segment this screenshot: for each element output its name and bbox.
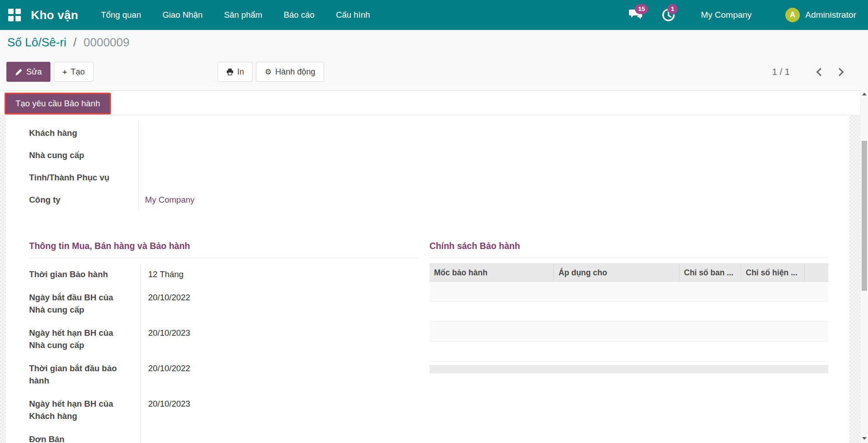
column-header-extra: [805, 264, 828, 281]
field-label: Ngày hết hạn BH của Nhà cung cấp: [29, 321, 141, 357]
warranty-policy-table: Mốc bảo hành Áp dụng cho Chỉ số ban ... …: [429, 264, 828, 373]
breadcrumb-separator: /: [73, 35, 76, 49]
field-row-vendor: Nhà cung cấp: [29, 144, 402, 166]
activities-button[interactable]: 1: [662, 8, 675, 22]
menu-item-products[interactable]: Sản phẩm: [224, 10, 262, 20]
form-sheet: Khách hàng Nhà cung cấp Tỉnh/Thành Phục …: [0, 115, 860, 443]
table-row: [429, 282, 828, 302]
app-window: Kho vận Tổng quan Giao Nhận Sản phẩm Báo…: [0, 0, 868, 443]
field-row-warranty-period: Thời gian Bảo hành 12 Tháng: [29, 263, 418, 286]
edit-button[interactable]: Sửa: [6, 62, 50, 82]
table-row: [429, 322, 828, 342]
apps-grid-square: [8, 9, 14, 14]
scrollbar-thumb[interactable]: [862, 141, 867, 291]
create-button[interactable]: + Tạo: [54, 62, 94, 82]
section-warranty-info: Thông tin Mua, Bán hàng và Bảo hành Thời…: [29, 241, 418, 443]
toolbar-center: In ⚙ Hành động: [218, 62, 324, 82]
field-row-warranty-start: Thời gian bắt đầu bảo hành 20/10/2022: [29, 357, 418, 392]
field-row-company: Công ty My Company: [29, 189, 402, 211]
action-button-label: Hành động: [275, 67, 315, 77]
print-button[interactable]: In: [218, 62, 253, 82]
activities-count-badge: 1: [668, 4, 678, 14]
toolbar: Sửa + Tạo In ⚙ Hành động: [6, 62, 854, 83]
printer-icon: [226, 68, 234, 75]
field-group-general: Khách hàng Nhà cung cấp Tỉnh/Thành Phục …: [29, 122, 402, 211]
field-label: Khách hàng: [29, 122, 139, 144]
scroll-down-arrow[interactable]: [861, 434, 868, 442]
company-link[interactable]: My Company: [139, 195, 195, 205]
field-label: Nhà cung cấp: [29, 144, 139, 166]
form-button-box: Tạo yêu cầu Bảo hành: [0, 91, 860, 115]
plus-icon: +: [63, 68, 67, 76]
field-label: Ngày hết hạn BH của Khách hàng: [29, 392, 141, 428]
apps-grid-square: [15, 16, 21, 21]
breadcrumb-current: 0000009: [84, 35, 130, 49]
sheet-background-left: [0, 115, 6, 443]
field-value: 20/10/2023: [141, 321, 190, 357]
breadcrumb: Số Lô/Sê-ri / 0000009: [7, 35, 130, 50]
field-row-vendor-warranty-start: Ngày bắt đầu BH của Nhà cung cấp 20/10/2…: [29, 286, 418, 321]
company-switcher[interactable]: My Company: [701, 10, 752, 20]
section-title: Thông tin Mua, Bán hàng và Bảo hành: [29, 241, 418, 258]
menu-item-overview[interactable]: Tổng quan: [101, 10, 141, 20]
messages-count-badge: 15: [635, 4, 648, 14]
highlight-annotation: Tạo yêu cầu Bảo hành: [5, 93, 111, 114]
navbar-right: 15 1 My Company A Administrator: [629, 8, 868, 22]
field-value: [141, 428, 148, 443]
edit-button-label: Sửa: [26, 67, 42, 77]
breadcrumb-parent-link[interactable]: Số Lô/Sê-ri: [7, 35, 66, 49]
column-header-applied-to[interactable]: Áp dụng cho: [554, 264, 679, 281]
column-header-milestone[interactable]: Mốc bảo hành: [429, 264, 554, 281]
table-row: [429, 342, 828, 362]
apps-grid-square: [15, 9, 21, 14]
field-value: 20/10/2022: [141, 357, 190, 392]
field-label: Thời gian bắt đầu bảo hành: [29, 357, 141, 392]
gear-icon: ⚙: [264, 68, 271, 76]
field-value: 20/10/2023: [141, 392, 190, 428]
pager: 1 / 1: [772, 62, 848, 82]
section-title: Chính sách Bảo hành: [429, 241, 828, 258]
warranty-field-table: Thời gian Bảo hành 12 Tháng Ngày bắt đầu…: [29, 263, 418, 443]
create-button-label: Tạo: [70, 67, 85, 77]
print-button-label: In: [237, 67, 244, 77]
user-avatar[interactable]: A: [785, 8, 800, 22]
control-panel: Số Lô/Sê-ri / 0000009 Sửa + Tạo: [0, 30, 868, 91]
section-warranty-policy: Chính sách Bảo hành Mốc bảo hành Áp dụng…: [429, 241, 828, 373]
create-warranty-request-button[interactable]: Tạo yêu cầu Bảo hành: [6, 94, 110, 113]
messages-button[interactable]: 15: [629, 8, 643, 22]
vertical-scrollbar[interactable]: [860, 90, 868, 443]
menu-item-reporting[interactable]: Báo cáo: [284, 10, 314, 20]
sheet-background-right: [849, 115, 860, 443]
field-label: Tỉnh/Thành Phục vụ: [29, 166, 139, 189]
field-row-sale-order: Đơn Bán: [29, 428, 418, 443]
scroll-up-arrow[interactable]: [861, 90, 868, 98]
column-header-current-index[interactable]: Chỉ số hiện ...: [741, 264, 805, 281]
field-label: Ngày bắt đầu BH của Nhà cung cấp: [29, 286, 141, 321]
table-footer-bar: [429, 365, 828, 373]
field-label: Đơn Bán: [29, 428, 141, 443]
section-divider: [29, 258, 418, 258]
column-header-initial-index[interactable]: Chỉ số ban ...: [679, 264, 741, 281]
apps-grid-square: [8, 16, 14, 21]
field-label: Thời gian Bảo hành: [29, 263, 141, 286]
menu-item-transfers[interactable]: Giao Nhận: [162, 10, 202, 20]
field-value: 12 Tháng: [141, 263, 184, 286]
field-row-vendor-warranty-end: Ngày hết hạn BH của Nhà cung cấp 20/10/2…: [29, 321, 418, 357]
top-navbar: Kho vận Tổng quan Giao Nhận Sản phẩm Báo…: [0, 0, 868, 30]
pager-value: 1 / 1: [772, 67, 790, 77]
section-divider: [429, 258, 828, 258]
pager-next-button[interactable]: [833, 64, 848, 80]
pager-previous-button[interactable]: [812, 64, 827, 80]
field-row-customer: Khách hàng: [29, 122, 402, 144]
main-menu: Tổng quan Giao Nhận Sản phẩm Báo cáo Cấu…: [101, 10, 370, 20]
table-header-row: Mốc bảo hành Áp dụng cho Chỉ số ban ... …: [429, 264, 828, 282]
field-row-customer-warranty-end: Ngày hết hạn BH của Khách hàng 20/10/202…: [29, 392, 418, 428]
action-button[interactable]: ⚙ Hành động: [256, 62, 324, 82]
menu-item-settings[interactable]: Cấu hình: [336, 10, 370, 20]
apps-menu-icon[interactable]: [8, 9, 21, 21]
pencil-icon: [15, 68, 23, 76]
field-value: 20/10/2022: [141, 286, 190, 321]
field-label: Công ty: [29, 189, 139, 211]
user-menu[interactable]: Administrator: [805, 10, 856, 20]
app-title[interactable]: Kho vận: [31, 8, 78, 22]
